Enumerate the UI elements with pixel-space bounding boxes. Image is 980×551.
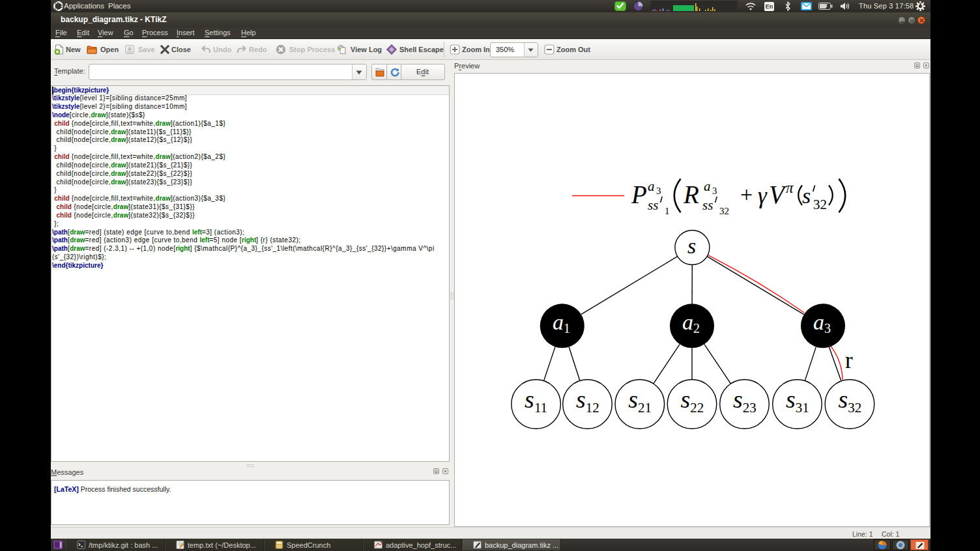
svg-text:s: s <box>802 184 811 208</box>
svg-text:a: a <box>648 178 655 194</box>
svg-text:1: 1 <box>665 206 670 216</box>
svg-text:ss: ss <box>648 197 658 213</box>
svg-text:32: 32 <box>719 206 729 216</box>
svg-text:s: s <box>687 234 696 258</box>
svg-text:π: π <box>786 180 794 196</box>
svg-text:a: a <box>704 178 711 194</box>
svg-text:V: V <box>769 180 787 208</box>
svg-text:r: r <box>845 348 853 373</box>
svg-text:3: 3 <box>656 186 661 196</box>
svg-text:R: R <box>683 180 699 208</box>
svg-text:32: 32 <box>813 197 827 212</box>
svg-text:3: 3 <box>712 186 717 196</box>
svg-text:P: P <box>631 180 647 208</box>
svg-text:+: + <box>740 182 753 206</box>
svg-text:ss: ss <box>702 197 713 213</box>
svg-text:γ: γ <box>758 183 768 208</box>
